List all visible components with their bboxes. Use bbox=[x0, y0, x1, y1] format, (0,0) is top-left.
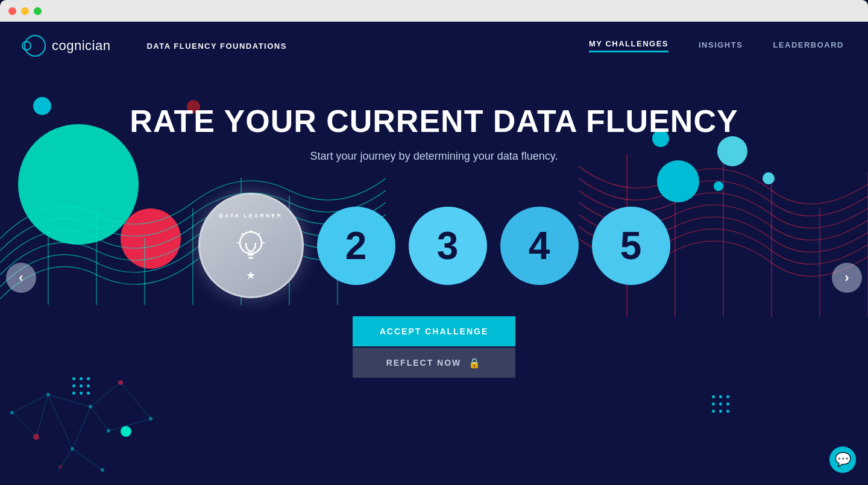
svg-line-12 bbox=[90, 383, 121, 407]
teal-circle-right-md bbox=[717, 136, 747, 166]
lock-icon: 🔒 bbox=[468, 357, 482, 369]
network-dots-left: .netline{stroke:#00bcd4;stroke-width:1;o… bbox=[0, 365, 181, 485]
svg-line-21 bbox=[72, 449, 102, 470]
logo-text: cognician bbox=[52, 38, 110, 54]
level-2-circle[interactable]: 2 bbox=[317, 207, 395, 285]
svg-line-20 bbox=[60, 449, 72, 467]
level-3-circle[interactable]: 3 bbox=[409, 207, 487, 285]
svg-point-8 bbox=[58, 465, 62, 469]
maximize-button[interactable] bbox=[34, 7, 42, 15]
minimize-button[interactable] bbox=[21, 7, 29, 15]
svg-line-19 bbox=[108, 419, 151, 431]
nav-leaderboard[interactable]: LEADERBOARD bbox=[773, 40, 844, 52]
level-4-circle[interactable]: 4 bbox=[500, 207, 579, 285]
teal-circle-right-sm2 bbox=[763, 172, 775, 184]
svg-point-24 bbox=[58, 465, 62, 469]
main-content: .meshline { stroke: #00e5c3; stroke-widt… bbox=[0, 70, 868, 485]
svg-point-23 bbox=[118, 380, 123, 385]
nav-center-label: DATA FLUENCY FOUNDATIONS bbox=[146, 42, 286, 51]
svg-line-16 bbox=[72, 407, 90, 449]
svg-point-4 bbox=[34, 434, 39, 439]
previous-arrow[interactable]: ‹ bbox=[6, 263, 36, 293]
badge-star-icon: ★ bbox=[246, 269, 256, 282]
reflect-now-button[interactable]: REFLECT NOW 🔒 bbox=[353, 348, 515, 378]
svg-point-6 bbox=[107, 429, 110, 433]
teal-circle-large bbox=[18, 124, 139, 245]
svg-line-17 bbox=[90, 407, 108, 431]
svg-line-29 bbox=[258, 233, 260, 235]
teal-dot-top-left bbox=[33, 97, 51, 115]
svg-point-5 bbox=[71, 447, 74, 451]
badge-top-text: DATA LEARNER bbox=[219, 213, 282, 219]
svg-line-13 bbox=[12, 413, 36, 437]
chat-icon: 💬 bbox=[835, 452, 851, 468]
logo-area: cognician bbox=[24, 35, 110, 57]
next-arrow[interactable]: › bbox=[832, 263, 862, 293]
reflect-now-label: REFLECT NOW bbox=[386, 358, 462, 368]
svg-point-3 bbox=[119, 381, 122, 384]
chat-bubble-button[interactable]: 💬 bbox=[829, 446, 856, 473]
teal-sm-dot-bottom bbox=[121, 426, 131, 437]
right-arrow-icon: › bbox=[844, 270, 849, 286]
red-circle bbox=[121, 208, 181, 269]
svg-point-22 bbox=[33, 434, 39, 440]
svg-line-14 bbox=[36, 395, 48, 437]
svg-line-15 bbox=[48, 395, 72, 449]
teal-circle-right-sm3 bbox=[714, 181, 723, 191]
level-selection-row: DATA LEARNER ★ 2 3 4 5 bbox=[198, 193, 670, 298]
svg-point-0 bbox=[10, 411, 14, 415]
page-heading: RATE YOUR CURRENT DATA FLUENCY bbox=[130, 103, 738, 139]
svg-point-2 bbox=[89, 405, 92, 408]
svg-line-30 bbox=[242, 233, 244, 235]
page-subheading: Start your journey by determining your d… bbox=[310, 150, 558, 163]
nav-links: MY CHALLENGES INSIGHTS LEADERBOARD bbox=[589, 39, 844, 52]
close-button[interactable] bbox=[8, 7, 16, 15]
svg-point-7 bbox=[149, 417, 153, 421]
logo-icon bbox=[24, 35, 46, 57]
svg-line-18 bbox=[121, 383, 151, 419]
data-learner-badge[interactable]: DATA LEARNER ★ bbox=[198, 193, 304, 298]
plus-dots-left bbox=[72, 377, 90, 395]
navbar: cognician DATA FLUENCY FOUNDATIONS MY CH… bbox=[0, 22, 868, 70]
lightbulb-icon bbox=[234, 229, 268, 271]
action-buttons: ACCEPT CHALLENGE REFLECT NOW 🔒 bbox=[353, 316, 515, 378]
svg-point-9 bbox=[101, 468, 104, 472]
svg-line-11 bbox=[48, 395, 90, 407]
nav-my-challenges[interactable]: MY CHALLENGES bbox=[589, 39, 668, 52]
nav-insights[interactable]: INSIGHTS bbox=[699, 40, 743, 52]
window-chrome bbox=[0, 0, 868, 22]
accept-challenge-button[interactable]: ACCEPT CHALLENGE bbox=[353, 316, 515, 346]
plus-dots-right bbox=[712, 395, 729, 413]
svg-point-1 bbox=[46, 393, 50, 396]
level-5-circle[interactable]: 5 bbox=[592, 207, 670, 285]
left-arrow-icon: ‹ bbox=[19, 270, 23, 286]
svg-line-10 bbox=[12, 395, 48, 413]
